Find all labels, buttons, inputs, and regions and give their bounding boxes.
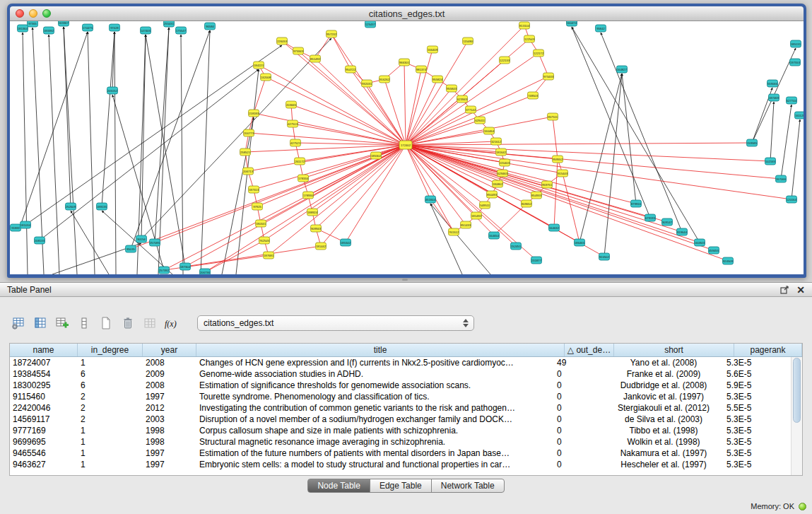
graph-node[interactable]: 851433 xyxy=(461,221,471,228)
table-vertical-scrollbar[interactable] xyxy=(791,357,802,475)
table-row[interactable]: 946362711997Embryonic stem cells: a mode… xyxy=(10,459,792,470)
merge-tables-icon[interactable] xyxy=(140,315,159,332)
network-graph[interactable]: 1813649736518339216336717447597428147405… xyxy=(10,21,804,274)
zoom-window-button[interactable] xyxy=(42,9,51,18)
graph-node[interactable]: 257085 xyxy=(150,239,160,246)
minimize-window-button[interactable] xyxy=(29,9,37,18)
float-panel-icon[interactable] xyxy=(780,286,789,294)
tab-network-table[interactable]: Network Table xyxy=(431,479,505,493)
graph-node[interactable]: 181492 xyxy=(471,212,482,219)
graph-node[interactable]: 321612 xyxy=(491,138,502,145)
table-row[interactable]: 1938455462009Genome-wide association stu… xyxy=(10,368,792,380)
delete-table-icon[interactable] xyxy=(118,315,137,332)
graph-node[interactable]: 102165 xyxy=(765,158,776,165)
graph-node[interactable]: 161128 xyxy=(795,112,804,119)
graph-node[interactable]: 932031 xyxy=(362,80,372,87)
graph-node[interactable]: 220403 xyxy=(500,159,510,166)
graph-node[interactable]: 122543 xyxy=(524,35,535,42)
graph-node[interactable]: 187304 xyxy=(180,263,191,270)
table-row[interactable]: 1830029562008Estimation of significance … xyxy=(10,380,792,391)
graph-node[interactable]: 857511 xyxy=(548,113,558,120)
column-header-out_de[interactable]: △ out_de… xyxy=(565,344,614,356)
graph-node[interactable]: 451844 xyxy=(425,196,436,203)
graph-node[interactable]: 189135 xyxy=(97,203,107,210)
graph-node[interactable]: 267066 xyxy=(776,175,787,182)
new-table-icon[interactable] xyxy=(96,315,115,332)
network-canvas[interactable]: 1813649736518339216336717447597428147405… xyxy=(10,21,804,274)
graph-node[interactable]: 549511 xyxy=(480,201,490,209)
graph-node[interactable]: 181034 xyxy=(20,221,31,228)
graph-node[interactable]: 185342 xyxy=(341,239,351,246)
graph-node[interactable]: 185302 xyxy=(371,152,382,159)
graph-node[interactable]: 218183 xyxy=(249,110,259,117)
graph-node[interactable]: 309147 xyxy=(662,218,673,226)
graph-node[interactable]: 125437 xyxy=(365,21,376,28)
graph-node[interactable]: 90154 xyxy=(136,235,147,243)
graph-node[interactable]: 761512 xyxy=(449,228,459,235)
table-row[interactable]: 977716911998Corpus callosum shape and si… xyxy=(10,425,792,436)
graph-node[interactable]: 255431 xyxy=(164,21,175,27)
graph-node[interactable]: 187469 xyxy=(769,94,779,101)
graph-node[interactable]: 459455 xyxy=(709,247,719,254)
graph-node[interactable]: 206736 xyxy=(200,269,211,274)
graph-node[interactable]: 97365 xyxy=(28,21,38,27)
graph-node[interactable]: 85035 xyxy=(126,245,136,252)
graph-node[interactable]: 966301 xyxy=(399,59,410,66)
graph-node[interactable]: 261172 xyxy=(295,158,305,165)
graph-node[interactable]: 959751 xyxy=(542,181,553,188)
graph-node[interactable]: 97428 xyxy=(110,24,120,31)
graph-node[interactable]: 748503 xyxy=(528,92,539,99)
graph-node[interactable]: 851492 xyxy=(310,55,321,62)
graph-node[interactable]: 975943 xyxy=(293,47,304,54)
table-row[interactable]: 911546021997Tourette syndrome. Phenomeno… xyxy=(10,391,792,402)
column-header-pagerank[interactable]: pagerank xyxy=(734,344,802,356)
graph-node[interactable]: 178334 xyxy=(298,175,309,182)
graph-node[interactable]: 252609 xyxy=(66,203,76,210)
graph-node[interactable]: 174475 xyxy=(83,24,93,31)
graph-node[interactable]: 916262 xyxy=(379,76,390,83)
graph-node[interactable]: 955824 xyxy=(433,76,443,83)
graph-node[interactable]: 955843 xyxy=(447,85,457,92)
graph-node[interactable]: 122172 xyxy=(534,49,544,57)
graph-node[interactable]: 181642 xyxy=(496,148,507,156)
graph-node[interactable]: 205152 xyxy=(107,87,118,94)
graph-node[interactable]: 627744 xyxy=(787,97,797,104)
graph-node[interactable]: 181364 xyxy=(18,25,28,32)
graph-node[interactable]: 160464 xyxy=(484,127,495,134)
graph-node[interactable]: 679193 xyxy=(645,214,656,221)
scrollbar-thumb[interactable] xyxy=(793,358,801,423)
network-window[interactable]: citations_edges.txt 18136497365183392163… xyxy=(7,4,806,278)
graph-node[interactable]: 809652 xyxy=(522,200,532,207)
graph-node[interactable]: 147405 xyxy=(141,27,151,34)
graph-node[interactable]: 623943 xyxy=(457,95,468,103)
close-window-button[interactable] xyxy=(16,9,24,18)
graph-node[interactable]: 206713 xyxy=(243,168,254,175)
table-import-icon[interactable] xyxy=(52,315,71,332)
column-header-name[interactable]: name xyxy=(10,344,78,356)
graph-node[interactable]: 160474 xyxy=(567,21,577,26)
graph-node[interactable]: 180341 xyxy=(256,220,266,227)
graph-node[interactable]: 180862 xyxy=(493,180,503,187)
graph-node[interactable]: 208133 xyxy=(35,237,45,244)
graph-node[interactable]: 187681 xyxy=(264,252,274,259)
graph-node[interactable]: 178930 xyxy=(303,192,314,199)
graph-node[interactable]: 981374 xyxy=(416,66,427,73)
function-builder-icon[interactable]: f(x) xyxy=(162,315,183,332)
graph-node[interactable]: 427521 xyxy=(290,139,301,146)
graph-node[interactable]: 924509 xyxy=(723,257,734,264)
graph-node[interactable]: 909943 xyxy=(311,225,322,232)
column-header-in_degree[interactable]: in_degree xyxy=(78,344,143,356)
graph-node[interactable]: 183392 xyxy=(44,27,54,34)
graph-node[interactable]: 159585 xyxy=(747,139,758,146)
graph-node[interactable]: 959552 xyxy=(553,156,563,163)
graph-node[interactable]: 186465 xyxy=(575,239,585,246)
graph-node[interactable]: 919644 xyxy=(677,228,688,235)
graph-node[interactable]: 226053 xyxy=(277,37,288,45)
graph-node[interactable]: 242008 xyxy=(261,74,271,81)
graph-node[interactable]: 185131 xyxy=(791,40,801,47)
table-settings-icon[interactable] xyxy=(8,315,28,332)
row-height-icon[interactable] xyxy=(74,315,93,332)
graph-node[interactable]: 120164 xyxy=(787,196,797,203)
graph-node[interactable]: 175547 xyxy=(176,27,187,34)
memory-status-icon[interactable] xyxy=(799,503,806,510)
